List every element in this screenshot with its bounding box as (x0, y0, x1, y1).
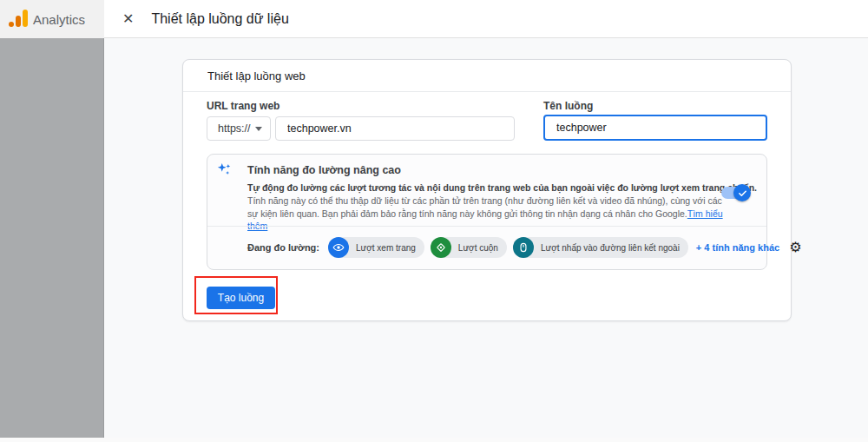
web-stream-setup-card: Thiết lập luồng web URL trang web https:… (182, 59, 792, 321)
protocol-value: https:// (218, 122, 251, 135)
dialog-header: ✕ Thiết lập luồng dữ liệu (104, 0, 868, 38)
stream-name-label: Tên luồng (543, 100, 593, 112)
enhanced-description-lead: Tự động đo lường các lượt tương tác và n… (247, 182, 757, 193)
app-window: Analytics ✕ Thiết lập luồng dữ liệu Thiế… (0, 0, 868, 442)
chip-scrolls: Lượt cuộn (431, 237, 507, 258)
enhanced-title: Tính năng đo lường nâng cao (247, 164, 401, 176)
bottom-edge-strip (0, 438, 868, 442)
measuring-label: Đang đo lường: (247, 242, 319, 253)
create-stream-button[interactable]: Tạo luồng (207, 287, 275, 309)
enhanced-measurement-toggle[interactable] (721, 184, 751, 201)
protocol-select[interactable]: https:// (207, 116, 271, 141)
sidebar-panel (0, 38, 104, 438)
chip-outbound-clicks: Lượt nhấp vào đường liên kết ngoài (513, 237, 688, 258)
enhanced-measurement-section: Tính năng đo lường nâng cao Tự động đo l… (207, 154, 767, 270)
measuring-row: Đang đo lường: Lượt xem trang Lượt cuộn (247, 226, 758, 269)
close-icon[interactable]: ✕ (122, 12, 134, 26)
dropdown-caret-icon (255, 127, 262, 131)
gear-icon[interactable]: ⚙ (789, 241, 801, 254)
url-field-label: URL trang web (207, 100, 279, 112)
dialog-title: Thiết lập luồng dữ liệu (151, 11, 288, 27)
scroll-icon (431, 237, 451, 258)
card-title: Thiết lập luồng web (183, 60, 791, 92)
stream-name-input[interactable] (543, 115, 767, 141)
eye-icon (328, 237, 349, 258)
toggle-thumb (733, 184, 751, 201)
analytics-logo-icon (9, 10, 28, 29)
more-features-link[interactable]: + 4 tính năng khác (696, 242, 779, 253)
main-content: Thiết lập luồng web URL trang web https:… (104, 38, 868, 442)
check-icon (738, 188, 747, 198)
app-logo-area: Analytics (0, 0, 104, 38)
mouse-icon (513, 237, 534, 258)
website-url-input[interactable] (275, 116, 515, 141)
chip-page-views: Lượt xem trang (328, 237, 424, 258)
sparkle-icon (216, 162, 232, 177)
brand-name: Analytics (33, 12, 85, 27)
